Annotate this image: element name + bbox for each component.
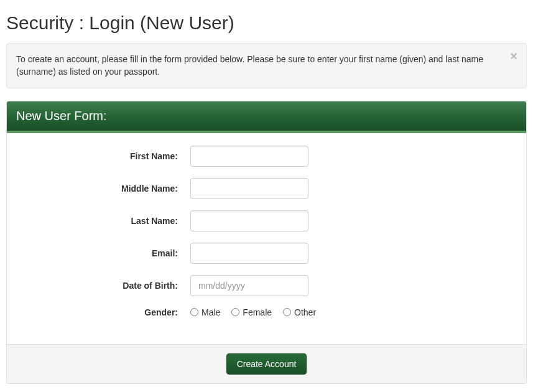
last-name-label: Last Name: <box>16 216 190 226</box>
first-name-label: First Name: <box>16 151 190 161</box>
gender-other-label: Other <box>294 307 316 317</box>
gender-female-radio[interactable] <box>231 308 239 316</box>
first-name-row: First Name: <box>16 146 517 167</box>
gender-male-radio[interactable] <box>190 308 198 316</box>
email-label: Email: <box>16 248 190 258</box>
close-icon[interactable]: × <box>510 50 517 62</box>
create-account-button[interactable]: Create Account <box>226 353 307 375</box>
gender-other-radio[interactable] <box>283 308 291 316</box>
middle-name-label: Middle Name: <box>16 184 190 194</box>
last-name-row: Last Name: <box>16 210 517 231</box>
gender-radio-group: Male Female Other <box>190 307 316 317</box>
new-user-panel: New User Form: First Name: Middle Name: … <box>6 101 527 384</box>
panel-heading: New User Form: <box>7 101 526 133</box>
gender-label: Gender: <box>16 307 190 317</box>
instruction-text: To create an account, please fill in the… <box>16 54 483 77</box>
dob-label: Date of Birth: <box>16 281 190 291</box>
page-title: Security : Login (New User) <box>6 12 527 34</box>
middle-name-row: Middle Name: <box>16 178 517 199</box>
dob-row: Date of Birth: <box>16 275 517 296</box>
email-input[interactable] <box>190 243 308 264</box>
dob-input[interactable] <box>190 275 308 296</box>
panel-body: First Name: Middle Name: Last Name: Emai… <box>7 133 526 344</box>
email-row: Email: <box>16 243 517 264</box>
gender-other-option[interactable]: Other <box>283 307 316 317</box>
gender-male-label: Male <box>202 307 220 317</box>
gender-female-label: Female <box>243 307 272 317</box>
gender-male-option[interactable]: Male <box>190 307 220 317</box>
last-name-input[interactable] <box>190 210 308 231</box>
panel-footer: Create Account <box>7 344 526 383</box>
middle-name-input[interactable] <box>190 178 308 199</box>
gender-female-option[interactable]: Female <box>231 307 272 317</box>
instruction-alert: To create an account, please fill in the… <box>6 43 527 88</box>
first-name-input[interactable] <box>190 146 308 167</box>
gender-row: Gender: Male Female Other <box>16 307 517 317</box>
